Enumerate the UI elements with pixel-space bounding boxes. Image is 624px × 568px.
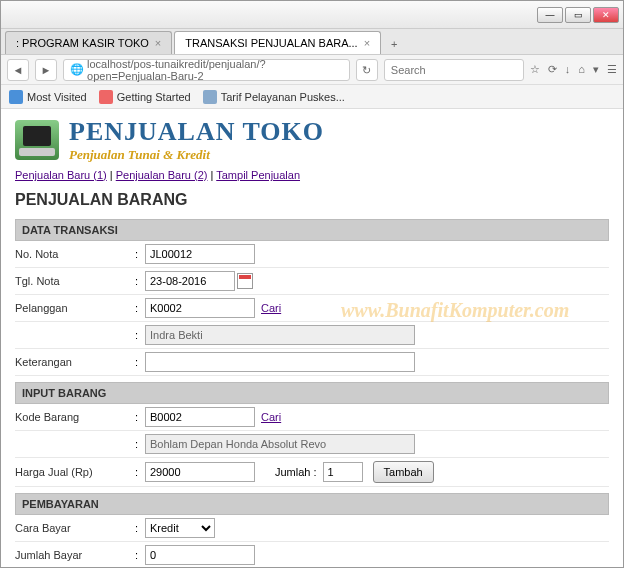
pocket-icon[interactable]: ▾	[593, 63, 599, 76]
kode-barang-input[interactable]	[145, 407, 255, 427]
menu-icon[interactable]: ☰	[607, 63, 617, 76]
nama-barang-display	[145, 434, 415, 454]
label-harga-jual: Harga Jual (Rp)	[15, 466, 135, 478]
sync-icon[interactable]: ⟳	[548, 63, 557, 76]
jumlah-bayar-input[interactable]	[145, 545, 255, 565]
nav-tampil-penjualan[interactable]: Tampil Penjualan	[216, 169, 300, 181]
label-jumlah: Jumlah :	[275, 466, 317, 478]
browser-tab-0[interactable]: : PROGRAM KASIR TOKO×	[5, 31, 172, 54]
page-icon	[99, 90, 113, 104]
window-min-button[interactable]: —	[537, 7, 563, 23]
jumlah-input[interactable]	[323, 462, 363, 482]
keterangan-input[interactable]	[145, 352, 415, 372]
harga-jual-input[interactable]	[145, 462, 255, 482]
nav-penjualan-baru-1[interactable]: Penjualan Baru (1)	[15, 169, 107, 181]
label-cara-bayar: Cara Bayar	[15, 522, 135, 534]
window-max-button[interactable]: ▭	[565, 7, 591, 23]
browser-tab-1[interactable]: TRANSAKSI PENJUALAN BARA...×	[174, 31, 381, 54]
section-data-transaksi: DATA TRANSAKSI	[15, 219, 609, 241]
calendar-icon[interactable]	[237, 273, 253, 289]
window-titlebar: — ▭ ✕	[1, 1, 623, 29]
home-icon[interactable]: ⌂	[578, 63, 585, 76]
label-kode-barang: Kode Barang	[15, 411, 135, 423]
search-field[interactable]	[384, 59, 524, 81]
tambah-button[interactable]: Tambah	[373, 461, 434, 483]
window-close-button[interactable]: ✕	[593, 7, 619, 23]
bookmark-icon[interactable]: ☆	[530, 63, 540, 76]
forward-button[interactable]: ►	[35, 59, 57, 81]
bookmark-most-visited[interactable]: Most Visited	[9, 90, 87, 104]
address-field[interactable]: 🌐 localhost/pos-tunaikredit/penjualan/?o…	[63, 59, 350, 81]
browser-tabs: : PROGRAM KASIR TOKO× TRANSAKSI PENJUALA…	[1, 29, 623, 55]
nav-penjualan-baru-2[interactable]: Penjualan Baru (2)	[116, 169, 208, 181]
pelanggan-nama-display	[145, 325, 415, 345]
bookmark-tarif[interactable]: Tarif Pelayanan Puskes...	[203, 90, 345, 104]
app-title: PENJUALAN TOKO	[69, 117, 324, 147]
reload-button[interactable]: ↻	[356, 59, 378, 81]
new-tab-button[interactable]: +	[383, 34, 405, 54]
label-no-nota: No. Nota	[15, 248, 135, 260]
cari-pelanggan-link[interactable]: Cari	[261, 302, 281, 314]
pos-icon	[15, 120, 59, 160]
section-input-barang: INPUT BARANG	[15, 382, 609, 404]
label-tgl-nota: Tgl. Nota	[15, 275, 135, 287]
header-logo: PENJUALAN TOKO Penjualan Tunai & Kredit	[15, 117, 609, 163]
url-bar: ◄ ► 🌐 localhost/pos-tunaikredit/penjuala…	[1, 55, 623, 85]
label-pelanggan: Pelanggan	[15, 302, 135, 314]
back-button[interactable]: ◄	[7, 59, 29, 81]
download-icon[interactable]: ↓	[565, 63, 571, 76]
bookmarks-bar: Most Visited Getting Started Tarif Pelay…	[1, 85, 623, 109]
close-icon[interactable]: ×	[155, 37, 161, 49]
section-pembayaran: PEMBAYARAN	[15, 493, 609, 515]
label-jumlah-bayar: Jumlah Bayar	[15, 549, 135, 561]
close-icon[interactable]: ×	[364, 37, 370, 49]
pelanggan-input[interactable]	[145, 298, 255, 318]
bookmark-getting-started[interactable]: Getting Started	[99, 90, 191, 104]
page-content: www.BunafitKomputer.com www.BunafitKompu…	[1, 109, 623, 567]
nav-links: Penjualan Baru (1) | Penjualan Baru (2) …	[15, 169, 609, 181]
cara-bayar-select[interactable]: Kredit	[145, 518, 215, 538]
tgl-nota-input[interactable]	[145, 271, 235, 291]
app-subtitle: Penjualan Tunai & Kredit	[69, 147, 324, 163]
no-nota-input[interactable]	[145, 244, 255, 264]
folder-icon	[9, 90, 23, 104]
label-keterangan: Keterangan	[15, 356, 135, 368]
page-icon	[203, 90, 217, 104]
page-title: PENJUALAN BARANG	[15, 191, 609, 209]
cari-barang-link[interactable]: Cari	[261, 411, 281, 423]
